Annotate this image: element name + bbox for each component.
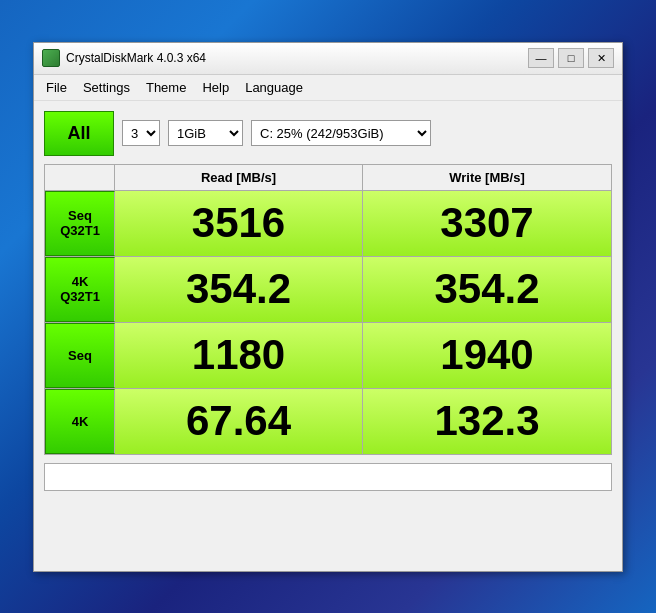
- menu-settings[interactable]: Settings: [75, 77, 138, 98]
- row-write-seq-q32t1: 3307: [363, 191, 611, 256]
- row-read-4k: 67.64: [115, 389, 363, 454]
- window-title: CrystalDiskMark 4.0.3 x64: [66, 51, 528, 65]
- row-label-seq: Seq: [45, 323, 115, 388]
- close-button[interactable]: ✕: [588, 48, 614, 68]
- size-select[interactable]: 1GiB 512MiB 2GiB 4GiB: [168, 120, 243, 146]
- minimize-button[interactable]: —: [528, 48, 554, 68]
- menu-bar: File Settings Theme Help Language: [34, 75, 622, 101]
- row-write-4k: 132.3: [363, 389, 611, 454]
- maximize-button[interactable]: □: [558, 48, 584, 68]
- row-write-4k-q32t1: 354.2: [363, 257, 611, 322]
- menu-theme[interactable]: Theme: [138, 77, 194, 98]
- app-window: CrystalDiskMark 4.0.3 x64 — □ ✕ File Set…: [33, 42, 623, 572]
- top-controls: All 3 1 5 9 1GiB 512MiB 2GiB 4GiB C: 25%…: [44, 111, 612, 156]
- table-row: SeqQ32T1 3516 3307: [45, 191, 611, 257]
- menu-file[interactable]: File: [38, 77, 75, 98]
- row-read-seq-q32t1: 3516: [115, 191, 363, 256]
- row-label-4k-q32t1: 4KQ32T1: [45, 257, 115, 322]
- table-row: Seq 1180 1940: [45, 323, 611, 389]
- benchmark-table: Read [MB/s] Write [MB/s] SeqQ32T1 3516 3…: [44, 164, 612, 455]
- row-label-seq-q32t1: SeqQ32T1: [45, 191, 115, 256]
- main-content: All 3 1 5 9 1GiB 512MiB 2GiB 4GiB C: 25%…: [34, 101, 622, 501]
- table-row: 4KQ32T1 354.2 354.2: [45, 257, 611, 323]
- status-bar: [44, 463, 612, 491]
- row-read-seq: 1180: [115, 323, 363, 388]
- count-select[interactable]: 3 1 5 9: [122, 120, 160, 146]
- table-header: Read [MB/s] Write [MB/s]: [45, 165, 611, 191]
- all-button[interactable]: All: [44, 111, 114, 156]
- header-write: Write [MB/s]: [363, 165, 611, 190]
- menu-help[interactable]: Help: [194, 77, 237, 98]
- table-row: 4K 67.64 132.3: [45, 389, 611, 454]
- title-bar: CrystalDiskMark 4.0.3 x64 — □ ✕: [34, 43, 622, 75]
- row-label-4k: 4K: [45, 389, 115, 454]
- header-read: Read [MB/s]: [115, 165, 363, 190]
- menu-language[interactable]: Language: [237, 77, 311, 98]
- window-controls: — □ ✕: [528, 48, 614, 68]
- app-icon: [42, 49, 60, 67]
- row-write-seq: 1940: [363, 323, 611, 388]
- row-read-4k-q32t1: 354.2: [115, 257, 363, 322]
- header-empty: [45, 165, 115, 190]
- drive-select[interactable]: C: 25% (242/953GiB): [251, 120, 431, 146]
